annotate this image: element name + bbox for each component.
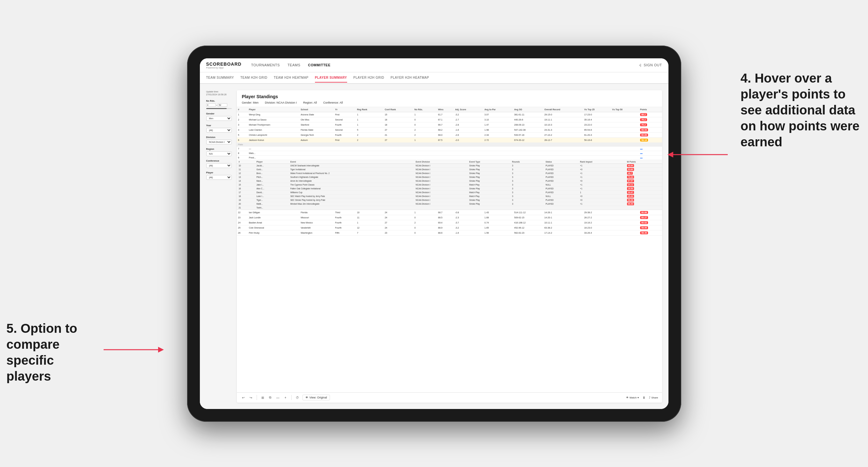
points-badge: 60.68 — [640, 211, 648, 214]
points-badge: 70.2 — [640, 123, 647, 126]
sub-table-row[interactable]: 13 Pitch... Southern Highlands Collegiat… — [237, 175, 662, 179]
sub-table-header: # Player Event Event Division Event Type… — [237, 160, 662, 164]
sub-col-w-points: W Points — [625, 160, 662, 164]
region-select[interactable]: N/A — [206, 151, 232, 156]
conference-select[interactable]: (All) — [206, 163, 232, 168]
table-row[interactable]: 3 Michael Thorbjornsen Stanford Fourth 1… — [237, 122, 662, 127]
table-row[interactable]: 8 Mats... — [237, 151, 662, 155]
table-row[interactable]: 22 Ian Gilligan Florida Third 10 24 1 68… — [237, 210, 662, 215]
sign-out-link[interactable]: Sign out — [644, 62, 662, 68]
table-row[interactable]: 7 — — [237, 146, 662, 151]
undo-icon[interactable]: ↩ — [241, 395, 246, 400]
nav-tournaments[interactable]: TOURNAMENTS — [251, 62, 280, 68]
col-reg-rank: Reg Rank — [356, 107, 383, 112]
table-row-highlighted[interactable]: 6 Jackson Koirun Auburn First 2 27 1 87.… — [237, 137, 662, 143]
table-row[interactable]: 23 Jack Lundin Missouri Fourth 11 24 0 8… — [237, 215, 662, 220]
sub-table-row[interactable]: 20 Mattt... Mirobel Maui Jim Intercolleg… — [237, 202, 662, 206]
app-logo: SCOREBOARD — [206, 62, 242, 67]
sub-table-row[interactable]: 12 Bren... Wake Forest Invitational at P… — [237, 171, 662, 175]
nav-committee[interactable]: COMMITTEE — [308, 62, 331, 68]
view-label: View: Original — [310, 396, 327, 399]
section-divider: Piele — [237, 143, 662, 146]
sub-nav-team-h2h-grid[interactable]: TEAM H2H GRID — [240, 73, 268, 83]
division-select[interactable]: NCAA Division I — [206, 139, 232, 145]
table-row[interactable]: 26 Petr Hruby Washington Fifth 7 23 0 88… — [237, 230, 662, 235]
col-points: Points — [639, 107, 662, 112]
sub-nav-player-h2h-heatmap[interactable]: PLAYER H2H HEATMAP — [391, 73, 429, 83]
table-row[interactable]: 4 Luke Clanton Florida State Second 5 27… — [237, 127, 662, 132]
sub-nav-team-summary[interactable]: TEAM SUMMARY — [206, 73, 234, 83]
annotation-right: 4. Hover over a player's points to see a… — [741, 70, 862, 150]
copy-icon[interactable]: ⧉ — [268, 395, 273, 400]
nav-teams[interactable]: TEAMS — [287, 62, 300, 68]
points-badge — [640, 158, 643, 158]
sub-table-row[interactable]: 19 Tiger... SEC Stroke Play hosted by Je… — [237, 198, 662, 202]
player-events-sub-table: # Player Event Event Division Event Type… — [237, 160, 662, 210]
watch-button[interactable]: 👁 Watch ▾ — [626, 396, 639, 399]
gender-select[interactable]: Men — [206, 116, 232, 121]
table-row[interactable]: 25 Cole Sherwood Vanderbilt Fourth 12 24… — [237, 225, 662, 230]
sub-nav-player-h2h-grid[interactable]: PLAYER H2H GRID — [353, 73, 384, 83]
table-row[interactable]: 1 Wenyi Ding Arizona State First 1 15 1 … — [237, 112, 662, 117]
sub-points-badge: 40.64 — [627, 164, 634, 167]
sub-table-row[interactable]: 21 Toehi... — [237, 206, 662, 210]
points-badge-highlighted: 58.18 — [640, 139, 648, 142]
sub-table-row[interactable]: 15 Jake I... The Cypress Point Classic N… — [237, 183, 662, 186]
redo-icon[interactable]: ↪ — [248, 395, 253, 400]
plus-icon[interactable]: + — [283, 395, 288, 400]
filter-division: Division NCAA Division I — [206, 136, 232, 145]
sub-points-badge: 66.40 — [627, 203, 634, 205]
clock-icon[interactable]: ⏱ — [295, 395, 300, 400]
table-panel: Player Standings Gender: Men Division: N… — [237, 90, 662, 403]
table-filters-row: Gender: Men Division: NCAA Division I Re… — [242, 101, 657, 104]
table-row[interactable]: 9 Prest... — [237, 155, 662, 160]
toolbar-divider-2 — [291, 395, 292, 400]
no-rds-from-input[interactable] — [206, 103, 216, 107]
year-select[interactable]: (All) — [206, 128, 232, 133]
annotation-left-text: 5. Option to compare specific players — [6, 321, 77, 383]
sub-nav-player-summary[interactable]: PLAYER SUMMARY — [315, 73, 347, 83]
view-original-button[interactable]: 👁 View: Original — [303, 395, 330, 400]
nav-right: ›| Sign out — [639, 62, 662, 68]
sub-points-badge: 53.60 — [627, 168, 634, 171]
sub-points-badge: 67.57 — [627, 180, 634, 182]
share-button[interactable]: ⤴ Share — [649, 396, 658, 399]
annotation-left-arrow — [100, 343, 164, 356]
sub-col-status: Status — [544, 160, 578, 164]
grid-icon[interactable]: ⊞ — [260, 395, 265, 400]
table-row[interactable]: 5 Christo Lamprecht Georgia Tech Fourth … — [237, 132, 662, 137]
sub-table-row[interactable]: 14 Mare... Amer An Intercollegiate NCAA … — [237, 179, 662, 183]
minus-icon[interactable]: — — [275, 395, 280, 400]
sub-points-badge: 46.7 — [627, 172, 633, 175]
points-badge: 60.89 — [640, 133, 648, 136]
tablet-frame: SCOREBOARD Powered by clippi TOURNAMENTS… — [187, 45, 681, 422]
player-select[interactable]: (All) — [206, 175, 232, 180]
watch-icon: 👁 — [626, 396, 629, 399]
table-row[interactable]: 2 Michael La Sasso Ole Miss Second 1 18 … — [237, 117, 662, 122]
logo-area: SCOREBOARD Powered by clippi — [206, 62, 242, 69]
download-icon[interactable]: ⬇ — [641, 395, 647, 400]
col-no-rds: No Rds. — [413, 107, 437, 112]
table-title: Player Standings — [242, 94, 657, 99]
col-avg-sg: Avg SG — [513, 107, 543, 112]
sub-table-row[interactable]: 11 Gorb... Tiger Invitational NCAA Divis… — [237, 167, 662, 171]
points-badge — [640, 149, 643, 150]
division-filter-display: Division: NCAA Division I — [265, 101, 297, 104]
sub-table-row[interactable]: 16 Alex C... Fallen Oak Collegiate Invit… — [237, 186, 662, 190]
update-time: Update time: 27/01/2024 16:56:26 — [206, 90, 232, 97]
table-row[interactable]: 24 Bastien Amat New Mexico Fourth 1 27 2… — [237, 220, 662, 225]
sub-col-event-type: Event Type — [467, 160, 510, 164]
sub-col-rank-impact: Rank Impact — [578, 160, 625, 164]
no-rds-to-input[interactable] — [218, 103, 227, 107]
sub-nav: TEAM SUMMARY TEAM H2H GRID TEAM H2H HEAT… — [200, 72, 669, 84]
nav-links: TOURNAMENTS TEAMS COMMITTEE — [251, 62, 639, 68]
no-rds-slider[interactable] — [206, 108, 232, 109]
col-vs-top50: Vs Top 50 — [611, 107, 639, 112]
sub-table-row[interactable]: 18 Luke I... SEC Match Play hosted by Je… — [237, 194, 662, 198]
data-table-container: # Player School Yr Reg Rank Conf Rank No… — [237, 107, 662, 393]
sub-col-event: Event — [288, 160, 414, 164]
sub-table-row[interactable]: 10 Jacob... UNCW Seahawk Intercollegiate… — [237, 163, 662, 167]
sub-points-badge: 56.38 — [627, 198, 634, 201]
sub-nav-team-h2h-heatmap[interactable]: TEAM H2H HEATMAP — [274, 73, 309, 83]
sub-table-row[interactable]: 17 David... Williams Cup NCAA Division I… — [237, 190, 662, 194]
